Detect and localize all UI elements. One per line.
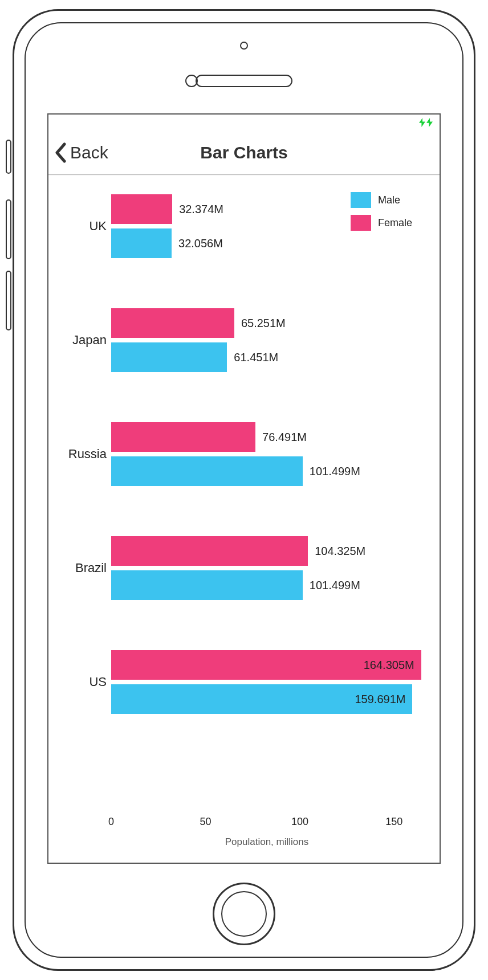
phone-side-button (6, 271, 11, 330)
phone-speaker (196, 75, 292, 87)
phone-home-button[interactable] (213, 883, 275, 945)
phone-side-button (6, 199, 11, 259)
country-group: Russia76.491M101.499M (60, 422, 428, 486)
bar-value-label: 32.056M (178, 237, 223, 250)
bar-male: 159.691M (111, 684, 412, 714)
chevron-left-icon (54, 142, 68, 163)
bar-value-label: 65.251M (241, 317, 286, 330)
bar-female: 65.251M (111, 308, 234, 338)
bar-male: 32.056M (111, 228, 172, 258)
x-tick-label: 150 (385, 816, 402, 828)
x-axis: 050100150 (111, 816, 422, 830)
x-axis-title: Population, millions (111, 836, 422, 848)
bar-pair: 104.325M101.499M (111, 536, 422, 600)
country-group: Japan65.251M61.451M (60, 308, 428, 372)
screen: Back Bar Charts Male Female UK32.374M32.… (47, 113, 441, 864)
bar-female: 76.491M (111, 422, 255, 452)
x-tick-label: 50 (200, 816, 211, 828)
x-tick-label: 100 (291, 816, 308, 828)
bar-value-label: 101.499M (310, 579, 360, 592)
country-group: US164.305M159.691M (60, 650, 428, 714)
bar-male: 61.451M (111, 342, 227, 372)
bar-male: 101.499M (111, 456, 303, 486)
page-title: Bar Charts (200, 143, 287, 162)
bar-male: 101.499M (111, 570, 303, 600)
x-tick-label: 0 (108, 816, 114, 828)
bar-female: 104.325M (111, 536, 308, 566)
bar-value-label: 101.499M (310, 465, 360, 478)
back-button[interactable]: Back (54, 142, 108, 163)
back-label: Back (70, 143, 108, 162)
y-category-label: US (89, 675, 110, 689)
country-group: UK32.374M32.056M (60, 194, 428, 258)
plot-area: UK32.374M32.056MJapan65.251M61.451MRussi… (60, 189, 428, 851)
phone-side-button (6, 140, 11, 174)
battery-charging-icon (419, 118, 433, 127)
bar-pair: 76.491M101.499M (111, 422, 422, 486)
phone-frame: Back Bar Charts Male Female UK32.374M32.… (13, 9, 475, 971)
bar-pair: 164.305M159.691M (111, 650, 422, 714)
nav-bar: Back Bar Charts (48, 130, 440, 175)
bar-value-label: 61.451M (234, 351, 278, 364)
bar-female: 32.374M (111, 194, 172, 224)
y-category-label: Brazil (75, 561, 110, 575)
bar-value-label: 76.491M (262, 431, 307, 444)
y-category-label: Japan (72, 333, 110, 348)
bar-female: 164.305M (111, 650, 421, 680)
bar-value-label: 104.325M (315, 545, 365, 558)
bar-pair: 65.251M61.451M (111, 308, 422, 372)
y-category-label: UK (89, 219, 110, 234)
bar-value-label: 32.374M (179, 203, 223, 216)
country-group: Brazil104.325M101.499M (60, 536, 428, 600)
status-bar (48, 115, 440, 130)
bar-pair: 32.374M32.056M (111, 194, 422, 258)
y-category-label: Russia (68, 447, 110, 462)
bar-value-label: 164.305M (364, 659, 414, 672)
bar-value-label: 159.691M (355, 693, 405, 706)
phone-camera-dot (240, 42, 248, 50)
chart: Male Female UK32.374M32.056MJapan65.251M… (60, 189, 428, 851)
